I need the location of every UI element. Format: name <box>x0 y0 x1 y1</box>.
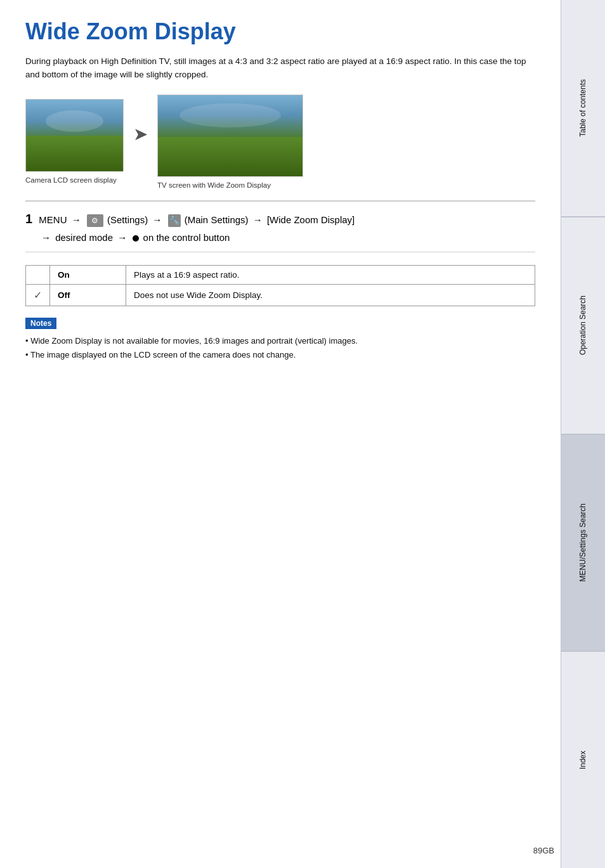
camera-lcd-image <box>25 99 124 172</box>
step-number: 1 <box>25 212 32 226</box>
table-row-off: ✓ Off Does not use Wide Zoom Display. <box>26 285 535 306</box>
tab-label-menu-settings-search: MENU/Settings Search <box>578 503 589 581</box>
check-cell-on <box>26 266 50 285</box>
main-settings-icon: 🔧 <box>168 214 181 227</box>
note-item-1: Wide Zoom Display is not available for m… <box>25 334 535 348</box>
wide-zoom-label: [Wide Zoom Display] <box>267 214 355 225</box>
note-item-2: The image displayed on the LCD screen of… <box>25 348 535 362</box>
arrow-5: → <box>117 230 127 246</box>
right-sidebar: Table of contents Operation Search MENU/… <box>561 0 605 868</box>
settings-icon <box>87 214 103 227</box>
bullet-circle-icon <box>133 235 139 242</box>
tv-screen-image <box>157 94 303 177</box>
arrow-1: → <box>72 212 81 228</box>
notes-label: Notes <box>25 318 56 329</box>
page-title: Wide Zoom Display <box>25 19 535 44</box>
instruction-block: 1 MENU → (Settings) → 🔧 (Main Settings) … <box>25 200 535 253</box>
desired-mode-label: desired mode <box>55 232 115 243</box>
settings-table: On Plays at a 16:9 aspect ratio. ✓ Off D… <box>25 265 535 306</box>
settings-label: (Settings) <box>107 214 148 225</box>
image-caption-large: TV screen with Wide Zoom Display <box>157 180 303 190</box>
page-footer: 89GB <box>533 846 554 855</box>
tab-label-operation-search: Operation Search <box>578 295 589 355</box>
arrow-right-icon: ➤ <box>133 124 148 145</box>
check-cell-off: ✓ <box>26 285 50 306</box>
image-block-large: TV screen with Wide Zoom Display <box>157 94 303 190</box>
main-content: Wide Zoom Display During playback on Hig… <box>0 0 561 868</box>
menu-label: MENU <box>39 214 67 225</box>
sidebar-tab-table-of-contents[interactable]: Table of contents <box>561 0 605 217</box>
instruction-step: 1 MENU → (Settings) → 🔧 (Main Settings) … <box>25 208 535 246</box>
name-cell-off: Off <box>50 285 126 306</box>
desc-cell-on: Plays at a 16:9 aspect ratio. <box>126 266 535 285</box>
main-settings-label: (Main Settings) <box>185 214 249 225</box>
intro-text: During playback on High Definition TV, s… <box>25 55 535 82</box>
tab-label-index: Index <box>578 751 589 769</box>
notes-list: Wide Zoom Display is not available for m… <box>25 334 535 362</box>
checkmark-icon: ✓ <box>34 290 42 301</box>
desc-cell-off: Does not use Wide Zoom Display. <box>126 285 535 306</box>
image-caption-small: Camera LCD screen display <box>25 175 124 185</box>
image-block-small: Camera LCD screen display <box>25 99 124 185</box>
page-number: 89GB <box>533 846 554 855</box>
images-row: Camera LCD screen display ➤ TV screen wi… <box>25 94 535 190</box>
table-row-on: On Plays at a 16:9 aspect ratio. <box>26 266 535 285</box>
notes-section: Notes Wide Zoom Display is not available… <box>25 318 535 362</box>
arrow-2: → <box>152 212 162 228</box>
sidebar-tab-index[interactable]: Index <box>561 652 605 868</box>
sidebar-tab-operation-search[interactable]: Operation Search <box>561 217 605 435</box>
on-control-label: on the control button <box>143 232 230 243</box>
sidebar-tab-menu-settings-search[interactable]: MENU/Settings Search <box>561 435 605 652</box>
arrow-3: → <box>253 212 263 228</box>
arrow-4: → <box>41 230 51 246</box>
tab-label-table-of-contents: Table of contents <box>578 79 589 137</box>
name-cell-on: On <box>50 266 126 285</box>
